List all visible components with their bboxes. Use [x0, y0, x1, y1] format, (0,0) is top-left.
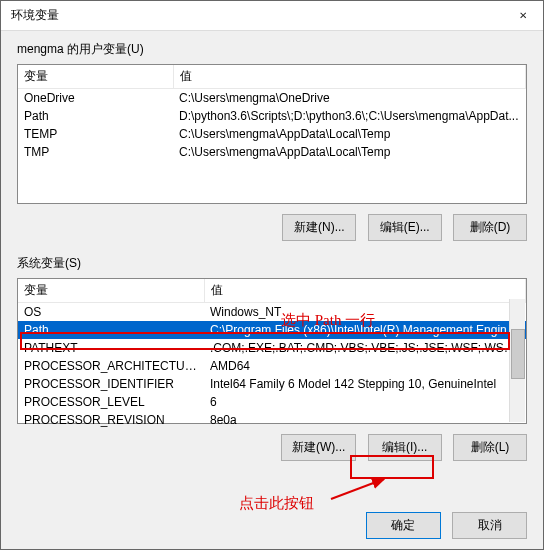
var-name-cell: TEMP	[18, 125, 173, 143]
sys-vars-label: 系统变量(S)	[17, 255, 527, 272]
scroll-thumb[interactable]	[511, 329, 525, 379]
sys-vars-table: 变量 值 OSWindows_NTPathC:\Program Files (x…	[17, 278, 527, 424]
user-vars-label: mengma 的用户变量(U)	[17, 41, 527, 58]
var-name-cell: Path	[18, 107, 173, 125]
sys-new-button[interactable]: 新建(W)...	[281, 434, 356, 461]
scrollbar[interactable]	[509, 299, 525, 422]
var-name-cell: OS	[18, 303, 204, 322]
table-row[interactable]: PathD:\python3.6\Scripts\;D:\python3.6\;…	[18, 107, 526, 125]
user-vars-table: 变量 值 OneDriveC:\Users\mengma\OneDrivePat…	[17, 64, 527, 204]
table-row[interactable]: TMPC:\Users\mengma\AppData\Local\Temp	[18, 143, 526, 161]
table-row[interactable]: PROCESSOR_LEVEL6	[18, 393, 526, 411]
sys-delete-button[interactable]: 删除(L)	[453, 434, 527, 461]
ok-button[interactable]: 确定	[366, 512, 441, 539]
table-row[interactable]: PROCESSOR_REVISION8e0a	[18, 411, 526, 429]
svg-line-0	[331, 479, 384, 499]
table-row[interactable]: PROCESSOR_IDENTIFIERIntel64 Family 6 Mod…	[18, 375, 526, 393]
user-new-button[interactable]: 新建(N)...	[282, 214, 356, 241]
var-name-cell: PROCESSOR_ARCHITECTURE	[18, 357, 204, 375]
var-value-cell: Intel64 Family 6 Model 142 Stepping 10, …	[204, 375, 526, 393]
var-value-cell: AMD64	[204, 357, 526, 375]
table-row[interactable]: OneDriveC:\Users\mengma\OneDrive	[18, 89, 526, 108]
var-name-cell: PROCESSOR_LEVEL	[18, 393, 204, 411]
var-value-cell: .COM;.EXE;.BAT;.CMD;.VBS;.VBE;.JS;.JSE;.…	[204, 339, 526, 357]
var-value-cell: D:\python3.6\Scripts\;D:\python3.6\;C:\U…	[173, 107, 526, 125]
table-row[interactable]: PATHEXT.COM;.EXE;.BAT;.CMD;.VBS;.VBE;.JS…	[18, 339, 526, 357]
table-row[interactable]: OSWindows_NT	[18, 303, 526, 322]
var-name-cell: OneDrive	[18, 89, 173, 108]
var-value-cell: 6	[204, 393, 526, 411]
col-header-name[interactable]: 变量	[18, 65, 173, 89]
var-name-cell: PROCESSOR_IDENTIFIER	[18, 375, 204, 393]
var-value-cell: Windows_NT	[204, 303, 526, 322]
var-name-cell: Path	[18, 321, 204, 339]
table-row[interactable]: PathC:\Program Files (x86)\Intel\Intel(R…	[18, 321, 526, 339]
close-icon[interactable]: ✕	[513, 8, 533, 23]
var-name-cell: PROCESSOR_REVISION	[18, 411, 204, 429]
cancel-button[interactable]: 取消	[452, 512, 527, 539]
col-header-name[interactable]: 变量	[18, 279, 204, 303]
var-value-cell: C:\Users\mengma\OneDrive	[173, 89, 526, 108]
var-value-cell: 8e0a	[204, 411, 526, 429]
var-value-cell: C:\Users\mengma\AppData\Local\Temp	[173, 143, 526, 161]
table-row[interactable]: PROCESSOR_ARCHITECTUREAMD64	[18, 357, 526, 375]
dialog-title: 环境变量	[11, 7, 59, 24]
var-value-cell: C:\Users\mengma\AppData\Local\Temp	[173, 125, 526, 143]
user-edit-button[interactable]: 编辑(E)...	[368, 214, 442, 241]
var-name-cell: TMP	[18, 143, 173, 161]
col-header-value[interactable]: 值	[204, 279, 526, 303]
col-header-value[interactable]: 值	[173, 65, 526, 89]
annotation-text-2: 点击此按钮	[239, 494, 314, 513]
arrow-icon	[329, 475, 399, 503]
var-value-cell: C:\Program Files (x86)\Intel\Intel(R) Ma…	[204, 321, 526, 339]
sys-edit-button[interactable]: 编辑(I)...	[368, 434, 442, 461]
var-name-cell: PATHEXT	[18, 339, 204, 357]
titlebar: 环境变量 ✕	[1, 1, 543, 31]
table-row[interactable]: TEMPC:\Users\mengma\AppData\Local\Temp	[18, 125, 526, 143]
user-delete-button[interactable]: 删除(D)	[453, 214, 527, 241]
